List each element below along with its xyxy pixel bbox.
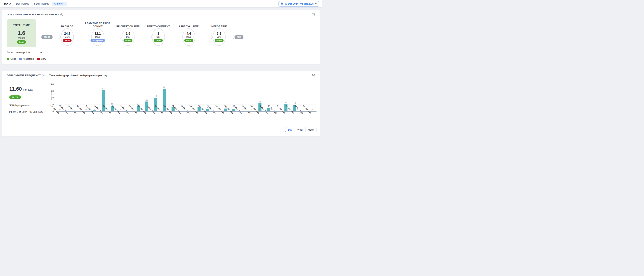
- flow-start-node: START: [41, 35, 52, 39]
- legend-swatch-icon: [19, 58, 22, 60]
- stage-name: LEAD TIME TO FIRST COMMIT: [84, 22, 112, 28]
- stage-unit: Days: [217, 36, 222, 38]
- bar-value-label: 0: [277, 108, 278, 111]
- show-metric-select[interactable]: Average time: [16, 51, 42, 54]
- legend-item-acceptable: Acceptable: [19, 58, 34, 60]
- deployment-bar[interactable]: [232, 109, 235, 111]
- deployment-bar[interactable]: [93, 110, 96, 111]
- deployment-title-text: DEPLOYMENT FREQUENCY: [7, 74, 41, 77]
- sliders-icon: [312, 13, 316, 16]
- tab-dev-insights[interactable]: Dev Insights: [14, 0, 31, 8]
- deployment-rate-value: 11.60: [9, 86, 22, 92]
- flow-arrow-icon: [226, 37, 235, 37]
- deployment-bar[interactable]: [267, 108, 270, 111]
- y-tick-label: 40: [48, 97, 54, 99]
- chart-subtitle: Time series graph based on deployments p…: [49, 74, 107, 77]
- y-tick-label: 80: [48, 83, 54, 85]
- stage-pr-creation-time: PR CREATION TIME1.6DayGood: [122, 28, 134, 46]
- stage-status-badge: Good: [154, 39, 163, 42]
- deployment-bar[interactable]: [206, 109, 209, 111]
- legend-label: Acceptable: [23, 58, 34, 60]
- info-icon[interactable]: i: [60, 13, 63, 16]
- stage-status-badge: Slow: [63, 39, 72, 42]
- flow-arrow-icon: [104, 37, 122, 37]
- deployments-bar-chart: 020406080007 Dec 2024008 Dec 2024009 Dec…: [56, 84, 316, 111]
- stage-name: BACKLOG: [53, 25, 82, 28]
- bar-value-label: 0: [120, 108, 122, 111]
- chevron-down-icon: [315, 3, 317, 5]
- bar-value-label: 21: [285, 101, 287, 104]
- tab-dora[interactable]: DORA: [2, 0, 13, 8]
- y-tick-label: 0: [48, 110, 54, 112]
- show-row: Show: Average time: [7, 51, 42, 54]
- lead-time-card-title: DORA LEAD TIME FOR CHANGES REPORT i: [7, 13, 63, 16]
- calendar-icon: [9, 111, 12, 113]
- bar-value-label: 0: [181, 108, 182, 111]
- bar-value-label: 62: [102, 87, 104, 90]
- flow-arrow-icon: [52, 37, 61, 37]
- lead-time-settings-button[interactable]: [312, 13, 316, 16]
- stage-unit: Days: [186, 36, 191, 38]
- stage-value: 24.7: [64, 32, 70, 36]
- total-time-status-badge: Good: [17, 40, 26, 44]
- stage-unit: Day: [156, 36, 160, 38]
- y-tick-label: 60: [48, 90, 54, 92]
- date-range-picker[interactable]: 07 Dec 2024 - 05 Jan 2025: [278, 1, 319, 7]
- legend-swatch-icon: [38, 58, 40, 60]
- legend-swatch-icon: [7, 58, 9, 60]
- bar-value-label: 19: [294, 102, 296, 104]
- bar-value-label: 23: [259, 100, 261, 103]
- bar-value-label: 0: [86, 108, 86, 111]
- toggle-day[interactable]: Day: [285, 127, 295, 132]
- lead-time-flow: STARTBACKLOG24.7DaysSlowLEAD TIME TO FIR…: [41, 28, 244, 46]
- deployment-bar[interactable]: [224, 108, 227, 111]
- bar-value-label: 0: [251, 108, 252, 111]
- bar-value-label: 2: [94, 108, 95, 110]
- plot-area: 020406080007 Dec 2024008 Dec 2024009 Dec…: [56, 84, 316, 111]
- lead-time-title-text: DORA LEAD TIME FOR CHANGES REPORT: [7, 13, 59, 16]
- bar-value-label: 0: [77, 108, 78, 111]
- bar-value-label: 66: [163, 86, 166, 88]
- status-legend: GoodAcceptableSlow: [7, 58, 46, 60]
- lead-time-card: DORA LEAD TIME FOR CHANGES REPORT i TOTA…: [2, 10, 320, 65]
- stage-status-badge: Good: [214, 39, 224, 42]
- stage-lead-time-to-first-commit: LEAD TIME TO FIRST COMMIT12.1DaysAccepta…: [91, 28, 104, 46]
- show-label: Show:: [7, 51, 14, 54]
- bar-value-label: 0: [129, 108, 130, 111]
- calendar-icon: [281, 3, 283, 5]
- toggle-week[interactable]: Week: [295, 127, 306, 132]
- legend-item-slow: Slow: [38, 58, 46, 60]
- bar-value-label: 0: [303, 108, 304, 111]
- legend-label: Slow: [41, 58, 46, 60]
- show-metric-value: Average time: [16, 51, 30, 54]
- deployment-settings-button[interactable]: [312, 74, 316, 77]
- flow-end-node: END: [235, 35, 244, 39]
- stage-unit: Days: [65, 36, 70, 38]
- stage-name: MERGE TIME: [205, 25, 234, 28]
- stage-name: APPROVAL TIME: [174, 25, 203, 28]
- toggle-month[interactable]: Month: [306, 127, 317, 132]
- stage-status-badge: Good: [184, 39, 193, 42]
- chevron-down-icon: [64, 3, 66, 4]
- total-time-card: TOTAL TIME 1.6 month Good: [7, 19, 36, 47]
- bar-value-label: 0: [216, 108, 217, 111]
- stage-value: 1.6: [126, 32, 130, 36]
- more-tabs-button[interactable]: +3 more: [52, 2, 67, 6]
- total-time-value: 1.6: [7, 30, 36, 36]
- stage-status-badge: Good: [124, 39, 132, 42]
- bar-slot: 005 Jan 2025: [308, 84, 316, 111]
- info-icon[interactable]: i: [42, 74, 45, 77]
- legend-item-good: Good: [7, 58, 16, 60]
- tab-sprint-insights[interactable]: Sprint Insights: [32, 0, 51, 8]
- flow-arrow-icon: [165, 37, 182, 37]
- stage-value: 3.9: [217, 32, 222, 36]
- top-tab-bar: DORADev InsightsSprint Insights+3 more 0…: [0, 0, 322, 8]
- total-deployments: 348 deployments: [9, 104, 43, 107]
- deployment-stats: 11.60 Per Day ELITE 348 deployments 07 D…: [9, 86, 43, 113]
- tier-badge: ELITE: [9, 95, 21, 99]
- stage-status-badge: Acceptable: [90, 39, 105, 42]
- bar-value-label: 0: [68, 108, 69, 111]
- dora-dashboard: DORADev InsightsSprint Insights+3 more 0…: [0, 0, 322, 138]
- date-range-label: 07 Dec 2024 - 05 Jan 2025: [284, 3, 314, 5]
- bar-value-label: 0: [60, 108, 60, 111]
